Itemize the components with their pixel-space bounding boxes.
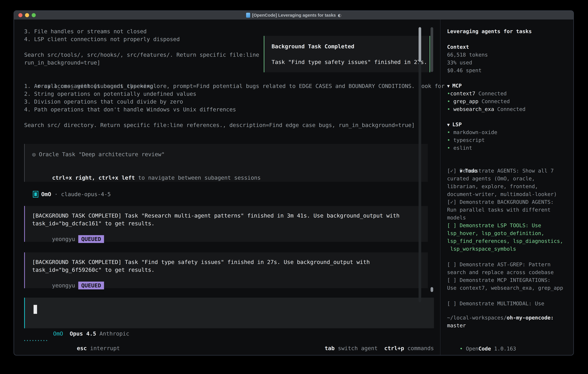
text-line: [ ] Demonstrate LSP TOOLS: Use — [447, 222, 563, 229]
agent-model: claude-opus-4-5 — [61, 191, 111, 197]
main-scrollbar-thumb[interactable] — [430, 27, 433, 72]
terminal-window: [OpenCode] Leveraging agents for tasks ◐… — [14, 10, 574, 355]
status-dot-icon: • — [447, 91, 450, 96]
text-line: [ ] Demonstrate MULTIMODAL: Use — [447, 300, 544, 307]
task-card-line2: task_id="bg_6f59260c" to get results. — [32, 266, 428, 274]
minimize-button[interactable] — [25, 13, 29, 17]
todo-pending-more: [ ] Demonstrate MULTIMODAL: Use — [447, 300, 544, 307]
context-stats: 66,518 tokens33% used$0.46 spent — [447, 51, 488, 74]
pane-divider — [440, 20, 441, 355]
status-dot-icon: • — [447, 106, 450, 112]
status-dot-icon: • — [447, 98, 450, 104]
agent-name: OmO — [41, 191, 51, 197]
text-cursor — [33, 305, 37, 314]
task-card: [BACKGROUND TASK COMPLETED] Task "Find t… — [24, 252, 428, 288]
collapse-triangle-icon: ▼ — [447, 122, 452, 127]
oracle-task-panel: ◎ Oracle Task "Deep architecture review"… — [24, 144, 428, 182]
main-scrollbar-handle[interactable] — [430, 287, 433, 292]
subagent-nav-hint: ctrl+x right, ctrl+x left to navigate be… — [32, 166, 428, 174]
task-author: yeongyu — [52, 282, 75, 289]
status-dot-icon: • — [460, 346, 466, 352]
tool-call-line: ⚙ call_omo_agent [subagent_type=explore,… — [24, 74, 445, 82]
mcp-item: • websearch_exa Connected — [447, 105, 525, 113]
text-line: [✓] Demonstrate AGENTS: Show all 7 — [447, 167, 557, 175]
mcp-section: ▼ MCP •context7context7 Connected • grep… — [447, 82, 525, 113]
status-dot-icon: • — [447, 137, 450, 143]
close-button[interactable] — [18, 13, 22, 17]
mcp-item: • grep_app Connected — [447, 97, 525, 105]
input-provider-name: Anthropic — [100, 331, 129, 337]
task-author: yeongyu — [52, 236, 75, 242]
text-line: run_in_background=true] — [24, 59, 259, 67]
workspace-path: ~/local-workspaces/ — [447, 315, 507, 321]
text-line: lsp_hover, lsp_goto_definition, — [447, 229, 563, 237]
task-card-line1: [BACKGROUND TASK COMPLETED] Task "Find t… — [32, 258, 428, 266]
document-icon — [246, 13, 250, 18]
text-line: [ ] Demonstrate AST-GREP: Pattern — [447, 261, 563, 269]
input-agent-name: OmO — [53, 331, 63, 337]
hint-rest: to navigate between subagent sessions — [135, 175, 261, 181]
zoom-button[interactable] — [32, 13, 36, 17]
session-indicator-icon: ◐ — [338, 13, 341, 18]
status-dot-icon: • — [447, 145, 450, 151]
traffic-lights — [18, 13, 36, 17]
text-line: 1. Array access without bounds checking — [24, 82, 236, 90]
mcp-name — [450, 98, 453, 104]
prompt-input[interactable]: OmO Opus 4.5 Anthropic — [24, 298, 434, 328]
task-card-line2: task_id="bg_dcfac161" to get results. — [32, 219, 428, 227]
tool-call-list: 1. Array access without bounds checking2… — [24, 82, 236, 113]
context-heading: Context — [447, 43, 488, 51]
window-title: [OpenCode] Leveraging agents for tasks ◐ — [246, 13, 341, 18]
text-line: lsp_workspace_symbols — [447, 245, 563, 253]
notification-body: Task "Find type safety issues" finished … — [272, 58, 430, 66]
text-line: Search src/ directory. Return specific f… — [24, 121, 415, 129]
task-card-line1: [BACKGROUND TASK COMPLETED] Task "Resear… — [32, 212, 428, 219]
todo-pending-items: [ ] Demonstrate AST-GREP: Patternsearch … — [447, 261, 563, 292]
mcp-item: •context7context7 Connected — [447, 90, 525, 97]
text-line: 3. Division operations that could divide… — [24, 98, 236, 105]
notification-title: Background Task Completed — [272, 42, 430, 50]
status-badge: QUEUED — [78, 235, 104, 243]
screenshot-root: { "window": { "title": "[OpenCode] Lever… — [0, 0, 588, 374]
text-line: Run parallel tasks with different — [447, 206, 557, 214]
tab-key: tab — [325, 345, 335, 352]
text-line: search and replace across codebase — [447, 269, 563, 276]
workspace-repo: oh-my-opencode: — [507, 315, 554, 321]
oracle-task-title: ◎ Oracle Task "Deep architecture review" — [32, 150, 428, 158]
workspace-branch: master — [447, 322, 554, 330]
sidebar-scrollbar-track[interactable] — [419, 27, 421, 302]
text-line: curated agents (OmO, oracle, — [447, 175, 557, 183]
keyboard-hints: tab switch agent ctrl+p commands — [305, 337, 434, 344]
todo-section-header[interactable]: ▼ Todo — [447, 159, 477, 167]
text-line: 3. File handles or streams not closed — [24, 28, 259, 35]
lsp-section: ▼ LSP • markdown-oxide • typescript • es… — [447, 121, 497, 152]
sidebar-session-title: Leveraging agents for tasks — [447, 28, 532, 35]
interrupt-hint: esc interrupt — [57, 337, 120, 344]
text-line: Search src/tools/, src/hooks/, src/featu… — [24, 51, 259, 59]
context-section: Context 66,518 tokens33% used$0.46 spent — [447, 43, 488, 74]
text-line: 66,518 tokens — [447, 51, 488, 59]
text-line: 33% used — [447, 59, 488, 67]
lsp-section-header[interactable]: ▼ LSP — [447, 121, 497, 128]
mcp-section-header[interactable]: ▼ MCP — [447, 82, 525, 90]
text-line: librarian, explore, frontend, — [447, 183, 557, 190]
text-line: models — [447, 214, 557, 222]
spinner-dots — [24, 337, 47, 344]
status-dot-icon: • — [447, 129, 450, 135]
sidebar-scrollbar-thumb[interactable] — [419, 27, 421, 62]
status-badge: QUEUED — [78, 281, 104, 289]
esc-key: esc — [77, 345, 87, 352]
model-row: OmO Opus 4.5 Anthropic — [33, 322, 129, 330]
titlebar: [OpenCode] Leveraging agents for tasks ◐ — [14, 11, 573, 20]
hint-keys: ctrl+x right, ctrl+x left — [52, 175, 135, 181]
window-title-text: [OpenCode] Leveraging agents for tasks — [252, 13, 336, 18]
version-number: 1.0.163 — [491, 346, 516, 352]
text-line: lsp_find_references, lsp_diagnostics, — [447, 237, 563, 245]
input-model-name: Opus 4.5 — [70, 331, 96, 337]
text-line: document-writer, multimodal-looker) — [447, 190, 557, 198]
lsp-item: • markdown-oxide — [447, 128, 497, 136]
lsp-item: • eslint — [447, 144, 497, 152]
task-card: [BACKGROUND TASK COMPLETED] Task "Resear… — [24, 206, 428, 242]
text-line: [✓] Demonstrate BACKGROUND AGENTS: — [447, 198, 557, 206]
todo-done-items: [✓] Demonstrate AGENTS: Show all 7curate… — [447, 167, 557, 222]
